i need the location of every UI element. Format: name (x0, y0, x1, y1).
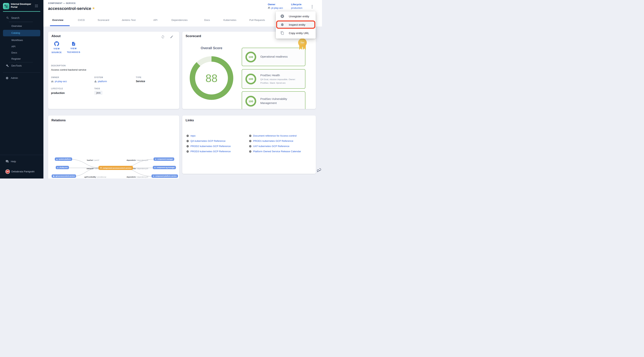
lifecycle-field-value: production (51, 92, 65, 94)
user-avatar[interactable]: DP (6, 169, 10, 174)
relation-node-component-ng-manager[interactable]: component:ng-manager (153, 166, 176, 169)
tab-overview[interactable]: Overview (52, 19, 63, 22)
owner-link[interactable]: pl-play-acc (271, 6, 283, 9)
sidebar-divider (3, 72, 40, 73)
score-ring: 100 (246, 96, 256, 106)
score-item-operational-readiness[interactable]: 100 Operational readiness (242, 48, 306, 66)
link-document-reference[interactable]: Document reference for Access-control (249, 134, 296, 137)
link-repo[interactable]: repo (186, 134, 196, 137)
sidebar: Internal Developer Portal Search Overvie… (0, 0, 44, 178)
chip-icon (100, 167, 102, 169)
sidebar-accent-bar (3, 11, 40, 12)
link-prod1-kubernetes[interactable]: PROD1 kubernetes GCP Reference (249, 140, 293, 142)
owner-field-label: OWNER (51, 76, 59, 78)
menu-item-inspect-entity[interactable]: Inspect entity (276, 20, 316, 29)
description-label: DESCRIPTION (51, 64, 66, 67)
menu-item-copy-entity-url[interactable]: Copy entity URL (276, 29, 316, 37)
link-uat-kubernetes[interactable]: UAT kubernetes GCP Reference (249, 145, 290, 148)
links-title: Links (186, 118, 194, 122)
sidebar-item-catalog-label[interactable]: Catalog (11, 32, 20, 34)
chip-icon (153, 175, 154, 177)
globe-icon (249, 134, 252, 137)
menu-item-unregister-entity[interactable]: Unregister entity (276, 12, 316, 20)
tab-scorecard[interactable]: Scorecard (98, 19, 109, 22)
tab-docs[interactable]: Docs (204, 19, 210, 22)
people-icon (57, 167, 59, 168)
overall-score-value: 88 (195, 62, 228, 94)
type-field-value: Service (136, 80, 145, 83)
sidebar-item-docs[interactable]: Docs (11, 51, 17, 54)
kebab-menu-icon[interactable] (310, 5, 314, 9)
lifecycle-value: production (291, 6, 302, 9)
tags-field-label: TAGS (94, 88, 100, 90)
relation-node-system-platform[interactable]: system:platform (55, 158, 72, 161)
globe-icon (186, 150, 189, 153)
edge-label-dependson-1: dependsOn / dependencyOf (124, 159, 150, 161)
owner-field-value[interactable]: pl-play-acc (51, 80, 67, 83)
chat-question-icon: ? (6, 160, 9, 164)
view-source-link[interactable]: VIEWSOURCE (51, 41, 62, 54)
star-icon[interactable]: ★ (92, 6, 95, 10)
relation-node-component-accesscontrol[interactable]: component:accesscontrol-service (98, 166, 133, 170)
sidebar-item-catalog[interactable] (3, 30, 40, 36)
link-qa-kubernetes[interactable]: QA kubernetes GCP Reference (186, 140, 226, 142)
page-title: accesscontrol-service (48, 6, 91, 11)
tag-chip-java[interactable]: java (94, 91, 102, 95)
globe-icon (249, 140, 252, 142)
tab-cicd[interactable]: CI/CD (78, 19, 85, 22)
system-field-value[interactable]: platform (94, 80, 107, 83)
globe-icon (249, 145, 252, 148)
relation-node-component-platform-service[interactable]: component:platform-service (152, 174, 178, 178)
tier-badge: Tier (298, 38, 307, 47)
sidebar-item-help[interactable]: Help (11, 160, 16, 163)
score-item-prodsec-vulnerability[interactable]: 100 ProdSec-Vulnerability Management (242, 91, 306, 111)
globe-icon (186, 134, 189, 137)
tab-kubernetes[interactable]: Kubernetes (224, 19, 236, 22)
refresh-icon[interactable] (161, 35, 165, 40)
app-logo-icon (3, 3, 9, 9)
score-item-prodsec-health[interactable]: 100 ProdSec HealthQ4 Goal, mission impos… (242, 69, 306, 89)
sidebar-item-devtools[interactable]: DevTools (11, 64, 22, 67)
link-prod2-kubernetes[interactable]: PROD2 kubernetes GCP Reference (186, 145, 231, 148)
sidebar-divider (0, 155, 44, 155)
tab-dependencies[interactable]: Dependencies (172, 19, 188, 22)
edit-pencil-icon[interactable] (170, 35, 174, 39)
wrench-icon (6, 64, 9, 68)
sidebar-item-admin[interactable]: Admin (11, 76, 18, 79)
score-ring: 100 (246, 52, 256, 62)
sidebar-divider (9, 62, 33, 62)
sidebar-item-overview[interactable]: Overview (11, 24, 22, 28)
link-release-calendar[interactable]: Platform Owned Service Release Calendar (249, 150, 301, 153)
link-prod3-kubernetes[interactable]: PROD3 kubernetes GCP Reference (186, 150, 231, 153)
sidebar-item-workflows[interactable]: Workflows (11, 39, 23, 42)
active-tab-indicator (50, 25, 70, 26)
overall-score-label: Overall Score (190, 46, 233, 50)
overall-score-donut: 88 (190, 56, 233, 100)
owner-label: Owner (268, 3, 275, 6)
relation-node-component-manager[interactable]: component:manager (154, 158, 174, 161)
grid-apps-icon[interactable] (35, 4, 38, 8)
edge-label-dependson-3: dependsOn / dependencyOf (124, 176, 150, 178)
view-techdocs-link[interactable]: VIEWTECHDOCS (67, 42, 80, 54)
sidebar-item-register[interactable]: Register (11, 58, 21, 60)
system-icon (56, 158, 58, 160)
tab-jenkins-test[interactable]: Jenkins Test (122, 19, 136, 22)
lifecycle-field-label: LIFECYCLE (51, 88, 63, 90)
sidebar-item-api[interactable]: API (11, 45, 16, 48)
scorecard-title: Scorecard (186, 34, 201, 38)
chip-icon (154, 167, 156, 168)
relation-node-api-accesscontrol[interactable]: api:accesscontrol-service (52, 174, 76, 178)
edge-label-apiprovidedby: apiProvidedBy / providesApi (80, 176, 110, 178)
relation-node-pl-play-acc[interactable]: pl-play-acc (56, 166, 69, 169)
user-name[interactable]: Debabrata Panigrahi (11, 170, 34, 173)
circle-x-icon (280, 14, 284, 18)
score-ring: 100 (246, 74, 256, 84)
puzzle-icon (53, 175, 54, 177)
search-underline (9, 22, 33, 22)
svg-text:?: ? (6, 160, 7, 162)
tab-api[interactable]: API (153, 19, 158, 22)
tab-pull-requests[interactable]: Pull Requests (249, 19, 265, 22)
chat-bubbles-icon[interactable] (316, 168, 322, 173)
gear-icon (6, 76, 8, 80)
search-input[interactable]: Search (11, 16, 20, 20)
